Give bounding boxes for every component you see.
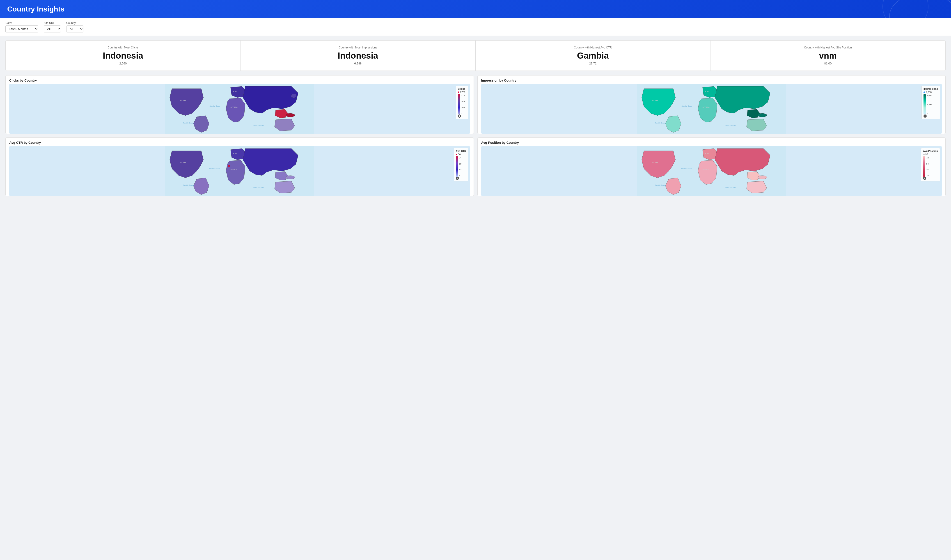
svg-text:NORTH: NORTH [180, 162, 187, 163]
date-filter-label: Date: [5, 22, 38, 25]
ctr-legend-top: 30 [458, 153, 461, 156]
svg-text:AFRICA: AFRICA [702, 169, 709, 170]
ctr-info-icon[interactable]: i [456, 177, 459, 180]
site-url-filter-label: Site URL: [44, 22, 61, 25]
svg-text:Atlantic Ocea: Atlantic Ocea [681, 105, 692, 107]
svg-text:Indian Ocean: Indian Ocean [725, 186, 736, 188]
clicks-legend-top: 2700 [460, 91, 465, 94]
kpi-card-impressions: Country with Most Impressions Indonesia … [240, 40, 476, 71]
ctr-map-svg: Pacific Ocean Atlantic Ocea Indian Ocean… [9, 146, 470, 196]
position-legend-title: Avg Position [923, 150, 938, 152]
kpi-ctr-label: Country with Highest Avg CTR [480, 46, 706, 49]
ctr-map-container: Pacific Ocean Atlantic Ocea Indian Ocean… [9, 146, 470, 196]
position-legend-gradient [923, 156, 925, 177]
impressions-map-container: Pacific Ocean Atlantic Ocea Indian Ocean… [481, 84, 942, 134]
clicks-legend-title: Clicks [458, 88, 466, 90]
svg-text:AFRICA: AFRICA [702, 106, 709, 108]
impressions-map-svg: Pacific Ocean Atlantic Ocea Indian Ocean… [481, 84, 942, 134]
kpi-position-sub: 81.00 [715, 62, 941, 65]
maps-grid: Clicks by Country [5, 75, 946, 196]
clicks-map-title: Clicks by Country [9, 78, 470, 82]
clicks-map-section: Clicks by Country [5, 75, 474, 134]
ctr-legend-labels: 24 18 12 6 [459, 156, 462, 177]
svg-point-18 [286, 175, 295, 179]
kpi-position-label: Country with Highest Avg Site Position [715, 46, 941, 49]
country-filter-select[interactable]: All [66, 25, 83, 32]
position-legend-top: 90 [925, 153, 928, 156]
impressions-legend-labels: 4,667 2,333 0 [926, 94, 932, 114]
date-filter-group: Date: Last 6 Months Last 3 Months Last M… [5, 22, 38, 32]
page-title: Country Insights [7, 5, 944, 13]
country-filter-group: Country: All [66, 22, 83, 32]
ctr-legend-dot [456, 154, 457, 155]
kpi-clicks-value: Indonesia [10, 51, 236, 60]
position-info-icon[interactable]: i [923, 177, 926, 180]
main-content: Country with Most Clicks Indonesia 2,660… [0, 36, 951, 200]
kpi-impressions-value: Indonesia [245, 51, 471, 60]
svg-text:EUF: EUF [705, 91, 709, 92]
svg-text:Pacific Ocean: Pacific Ocean [183, 122, 194, 124]
kpi-card-position: Country with Highest Avg Site Position v… [711, 40, 945, 71]
svg-text:Pacific Ocean: Pacific Ocean [655, 184, 666, 186]
svg-text:Atlantic Ocea: Atlantic Ocea [681, 167, 692, 169]
svg-text:Indian Ocean: Indian Ocean [725, 124, 736, 126]
kpi-position-value: vnm [715, 51, 941, 60]
svg-point-1 [286, 113, 295, 117]
svg-text:NORTH: NORTH [652, 162, 659, 163]
kpi-ctr-value: Gambia [480, 51, 706, 60]
clicks-map-svg: Pacific Ocean Atlantic Ocea Indian Ocean… [9, 84, 470, 134]
impressions-legend-dot [923, 91, 925, 93]
svg-text:Atlantic Ocea: Atlantic Ocea [209, 167, 220, 169]
kpi-clicks-label: Country with Most Clicks [10, 46, 236, 49]
svg-text:EUF: EUF [233, 153, 237, 154]
position-map-section: Avg Position by Country [477, 137, 946, 196]
clicks-map-container: Pacific Ocean Atlantic Ocea Indian Ocean… [9, 84, 470, 134]
svg-text:AFRICA: AFRICA [231, 169, 238, 170]
impressions-info-icon[interactable]: i [923, 114, 926, 118]
ctr-legend-gradient [456, 156, 458, 177]
clicks-legend-labels: 2160 1620 1080 5 [461, 94, 466, 114]
country-filter-label: Country: [66, 22, 83, 25]
svg-text:Atlantic Ocea: Atlantic Ocea [209, 105, 220, 107]
svg-point-17 [228, 165, 230, 167]
svg-text:Pacific Ocean: Pacific Ocean [655, 122, 666, 124]
kpi-card-clicks: Country with Most Clicks Indonesia 2,660 [6, 40, 240, 71]
svg-point-26 [758, 175, 766, 179]
svg-text:EUF: EUF [705, 153, 709, 154]
site-url-filter-group: Site URL: All [44, 22, 61, 32]
impressions-legend: Impressions 7,000 4,667 2,333 0 i [922, 86, 940, 119]
site-url-filter-select[interactable]: All [44, 25, 61, 32]
ctr-legend-title: Avg CTR [456, 150, 466, 152]
ctr-legend: Avg CTR 30 24 18 12 6 i [454, 148, 468, 182]
position-map-svg: Pacific Ocean Atlantic Ocea Indian Ocean… [481, 146, 942, 196]
svg-text:EUF: EUF [233, 91, 237, 92]
date-filter-select[interactable]: Last 6 Months Last 3 Months Last Month L… [5, 25, 38, 32]
ctr-map-title: Avg CTR by Country [9, 141, 470, 145]
kpi-ctr-sub: 29.72 [480, 62, 706, 65]
svg-text:Indian Ocean: Indian Ocean [253, 124, 264, 126]
position-legend: Avg Position 90 72 54 36 18 [921, 148, 940, 182]
clicks-legend-dot [458, 91, 459, 93]
clicks-legend: Clicks 2700 2160 1620 1080 5 [456, 86, 468, 119]
impressions-legend-top: 7,000 [926, 91, 932, 94]
svg-text:NORTH: NORTH [180, 100, 187, 101]
svg-text:NORTH: NORTH [652, 100, 659, 101]
kpi-clicks-sub: 2,660 [10, 62, 236, 65]
position-legend-dot [923, 154, 925, 155]
clicks-info-icon[interactable]: i [458, 114, 461, 118]
impressions-legend-gradient [923, 94, 926, 114]
kpi-impressions-sub: 6,288 [245, 62, 471, 65]
position-map-title: Avg Position by Country [481, 141, 942, 145]
svg-point-9 [758, 113, 766, 117]
impressions-map-title: Impression by Country [481, 78, 942, 82]
svg-text:AFRICA: AFRICA [231, 106, 238, 108]
position-map-container: Pacific Ocean Atlantic Ocea Indian Ocean… [481, 146, 942, 196]
clicks-legend-gradient [458, 94, 460, 114]
kpi-row: Country with Most Clicks Indonesia 2,660… [5, 40, 946, 71]
page-header: Country Insights [0, 0, 951, 18]
position-legend-labels: 72 54 36 18 [926, 156, 929, 177]
ctr-map-section: Avg CTR by Country [5, 137, 474, 196]
svg-text:Indian Ocean: Indian Ocean [253, 186, 264, 188]
filters-bar: Date: Last 6 Months Last 3 Months Last M… [0, 18, 951, 36]
impressions-map-section: Impression by Country [477, 75, 946, 134]
